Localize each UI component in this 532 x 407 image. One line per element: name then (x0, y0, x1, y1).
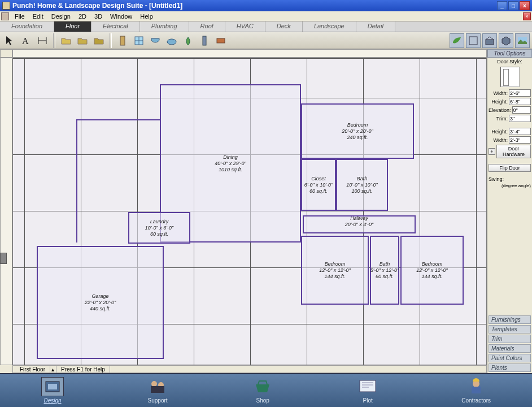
acc-furnishings[interactable]: Furnishings (489, 315, 531, 324)
tab-hvac[interactable]: HVAC (225, 21, 265, 32)
swing-label: Swing: (489, 176, 531, 182)
folder3-icon[interactable] (91, 33, 106, 48)
bottom-nav: Design Support Shop Plot Contractors (0, 373, 532, 407)
design-icon (41, 377, 64, 396)
support-icon (146, 377, 169, 396)
menu-bar: File Edit Design 2D 3D Window Help (0, 11, 532, 21)
doc-icon (1, 12, 9, 20)
acc-templates[interactable]: Templates (489, 325, 531, 334)
tub-tool[interactable] (164, 33, 179, 48)
svg-rect-4 (203, 36, 206, 45)
app-icon (2, 2, 10, 10)
folder1-icon[interactable] (59, 33, 73, 48)
folder2-icon[interactable] (75, 33, 90, 48)
trim-label: Trim: (489, 116, 508, 122)
ruler-corner (0, 49, 12, 58)
close-button[interactable]: × (520, 1, 530, 10)
grid-line (420, 58, 420, 365)
acc-trim[interactable]: Trim (489, 335, 531, 343)
minimize-button[interactable]: _ (497, 1, 507, 10)
tab-plumbing[interactable]: Plumbing (140, 21, 189, 32)
options-panel: Tool Options Door Style: Width: Height: … (487, 49, 532, 373)
acc-plants[interactable]: Plants (489, 363, 531, 372)
tab-deck[interactable]: Deck (265, 21, 303, 32)
elevation-input[interactable] (512, 106, 531, 114)
measure-tool[interactable] (35, 33, 50, 48)
acc-materials[interactable]: Materials (489, 344, 531, 353)
options-title: Tool Options (487, 49, 532, 58)
maximize-button[interactable]: □ (508, 1, 518, 10)
document-close-button[interactable]: × (523, 12, 531, 20)
menu-edit[interactable]: Edit (29, 13, 47, 20)
acc-paint[interactable]: Paint Colors (489, 354, 531, 362)
nav-design[interactable]: Design (41, 377, 64, 404)
menu-3d[interactable]: 3D (90, 13, 106, 20)
grid-line (13, 58, 486, 59)
height-label: Height: (489, 99, 508, 105)
svg-rect-6 (469, 37, 477, 45)
window-tool[interactable] (132, 33, 146, 48)
room-label-bedroom2: Bedroom12'-0" x 12'-0"144 sq.ft. (301, 261, 369, 280)
main-area: Dining40'-0" x 29'-0"1010 sq.ft.Laundry1… (0, 49, 532, 373)
svg-rect-5 (217, 38, 225, 43)
svg-text:A: A (22, 36, 29, 46)
room-label-bath1: Bath10'-0" x 10'-0"100 sq.ft. (336, 176, 388, 194)
room-label-bath2: Bath5'-0" x 12'-0"60 sq.ft. (370, 261, 399, 280)
svg-rect-14 (360, 380, 376, 392)
view-elevation-icon[interactable] (482, 33, 497, 48)
nav-plot[interactable]: Plot (356, 377, 379, 404)
status-floor[interactable]: First Floor (15, 366, 50, 373)
floor-up-icon[interactable]: ▴ (50, 366, 55, 373)
tab-floor[interactable]: Floor (54, 21, 91, 32)
shop-icon (251, 377, 274, 396)
width-label: Width: (489, 90, 508, 96)
side-flyout-handle[interactable] (0, 253, 7, 264)
svg-point-3 (167, 39, 176, 45)
hardware-plus-icon[interactable]: + (489, 148, 495, 155)
menu-file[interactable]: File (11, 13, 29, 20)
width-input[interactable] (509, 89, 531, 97)
tab-roof[interactable]: Roof (189, 21, 225, 32)
nav-shop[interactable]: Shop (251, 377, 274, 404)
status-bar: First Floor ▴ Press F1 for Help (12, 365, 487, 373)
floorplan-canvas[interactable]: Dining40'-0" x 29'-0"1010 sq.ft.Laundry1… (12, 58, 487, 365)
menu-2d[interactable]: 2D (75, 13, 90, 20)
window-title: Punch! Home & Landscape Design Suite - [… (12, 2, 497, 10)
column-tool[interactable] (197, 33, 212, 48)
tab-foundation[interactable]: Foundation (0, 21, 54, 32)
door-hardware-button[interactable]: Door Hardware (496, 145, 531, 158)
svg-rect-1 (120, 36, 125, 45)
leaf-view-icon[interactable] (450, 33, 464, 48)
tab-detail[interactable]: Detail (356, 21, 395, 32)
nav-support[interactable]: Support (146, 377, 169, 404)
menu-help[interactable]: Help (136, 13, 157, 20)
text-tool[interactable]: A (19, 33, 33, 48)
room-label-hall: Hallway20'-0" x 4'-0" (303, 215, 416, 228)
trim-input[interactable] (509, 115, 531, 122)
sink-tool[interactable] (148, 33, 163, 48)
menu-window[interactable]: Window (106, 13, 136, 20)
svg-rect-13 (151, 386, 164, 393)
room-label-garage: Garage22'-0" x 20'-0"440 sq.ft. (37, 293, 164, 312)
view-3d-icon[interactable] (499, 33, 513, 48)
view-photo-icon[interactable] (515, 33, 530, 48)
brick-tool[interactable] (213, 33, 228, 48)
height2-input[interactable] (509, 128, 531, 135)
menu-design[interactable]: Design (47, 13, 75, 20)
plant-tool[interactable] (181, 33, 195, 48)
plot-icon (356, 377, 379, 396)
grid-line (476, 58, 477, 365)
door-style-thumb[interactable] (500, 67, 520, 87)
svg-rect-10 (48, 384, 57, 389)
door-tool[interactable] (115, 33, 130, 48)
flip-door-button[interactable]: Flip Door (489, 164, 531, 172)
width2-input[interactable] (509, 136, 531, 144)
tab-electrical[interactable]: Electrical (91, 21, 140, 32)
nav-contractors[interactable]: Contractors (461, 377, 491, 404)
plan-tabs: Foundation Floor Electrical Plumbing Roo… (0, 21, 532, 32)
tab-landscape[interactable]: Landscape (303, 21, 356, 32)
pointer-tool[interactable] (2, 33, 17, 48)
height-input[interactable] (509, 98, 531, 105)
view-2d-icon[interactable] (466, 33, 481, 48)
grid-line (24, 58, 25, 365)
